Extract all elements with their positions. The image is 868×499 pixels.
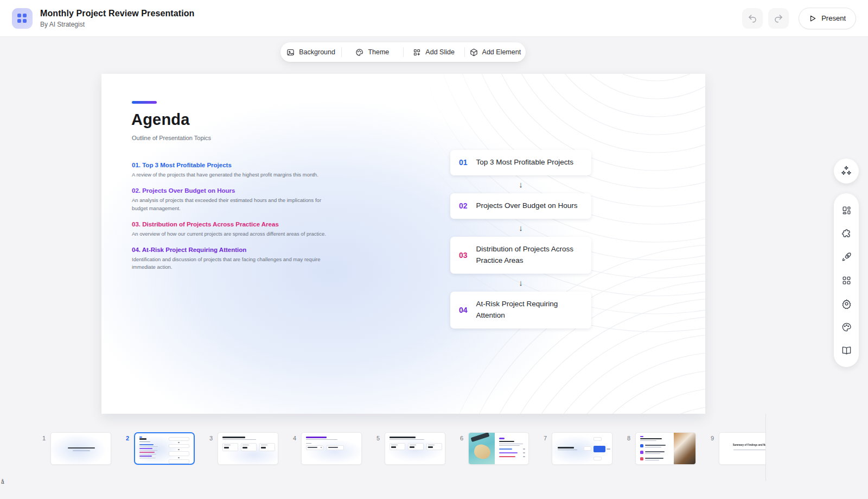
apps-grid-icon	[841, 275, 852, 286]
slide-thumbnail-3[interactable]	[218, 432, 278, 465]
slide-thumbnail-4[interactable]	[301, 432, 362, 465]
thumbnail-number: 4	[289, 435, 296, 441]
slide-toolbar: Background Theme Add Slide Add Element	[280, 42, 526, 62]
add-slide-icon	[413, 48, 421, 56]
slide-title[interactable]: Agenda	[131, 111, 190, 129]
down-arrow-icon: ↓	[450, 274, 591, 292]
down-arrow-icon: ↓	[450, 219, 591, 237]
layout-dashboard-button[interactable]	[838, 201, 855, 219]
slide-canvas[interactable]: Agenda Outline of Presentation Topics 01…	[101, 74, 705, 414]
settings-button[interactable]	[838, 295, 855, 312]
redo-icon	[774, 14, 783, 23]
library-button[interactable]	[838, 342, 855, 359]
agenda-item-2[interactable]: 02. Projects Over Budget on Hours An ana…	[132, 187, 331, 212]
present-button-label: Present	[821, 14, 846, 22]
launch-button[interactable]	[838, 248, 855, 266]
flow-step-number: 02	[459, 201, 468, 210]
add-element-button-label: Add Element	[482, 48, 521, 56]
flow-step-label: At-Risk Project Requiring Attention	[476, 299, 583, 321]
thumbnail-title: Summary of Findings and Next Steps	[733, 444, 766, 446]
apps-grid-button[interactable]	[838, 271, 855, 289]
add-element-cube-icon	[470, 48, 478, 56]
flow-step-number: 03	[459, 251, 468, 260]
flow-step-label: Distribution of Projects Across Practice…	[476, 244, 583, 267]
flow-step-number: 01	[459, 158, 468, 167]
agenda-flow-diagram: 01 Top 3 Most Profitable Projects ↓ 02 P…	[450, 150, 591, 329]
agenda-item-description[interactable]: Identification and discussion of project…	[132, 256, 331, 271]
redo-button[interactable]	[768, 8, 789, 29]
flow-step-number: 04	[459, 306, 468, 314]
agenda-item-label[interactable]: 02. Projects Over Budget on Hours	[132, 187, 331, 194]
ai-assistant-button[interactable]	[834, 159, 859, 184]
document-byline: By AI Strategist	[40, 21, 194, 28]
slide-thumbnail-7[interactable]	[552, 432, 612, 465]
present-button[interactable]: Present	[799, 8, 856, 29]
thumbnail-number: 8	[623, 435, 630, 441]
add-slide-button[interactable]: Add Slide	[404, 42, 464, 62]
plugins-button[interactable]	[838, 225, 855, 242]
flow-step-4[interactable]: 04 At-Risk Project Requiring Attention	[450, 292, 591, 329]
agenda-item-label[interactable]: 03. Distribution of Projects Across Prac…	[132, 221, 331, 228]
thumbnail-number: 9	[706, 435, 714, 441]
book-icon	[841, 345, 852, 356]
puzzle-icon	[841, 229, 852, 239]
slide-thumbnail-9[interactable]: Summary of Findings and Next Steps	[719, 432, 766, 465]
agenda-item-1[interactable]: 01. Top 3 Most Profitable Projects A rev…	[132, 162, 331, 179]
thumbnail-strip-divider	[765, 414, 766, 481]
slide-thumbnail-1[interactable]	[50, 432, 111, 465]
play-icon	[809, 15, 816, 22]
sparkles-icon	[840, 165, 852, 177]
background-button-label: Background	[299, 48, 335, 56]
thumbnail-number: 3	[205, 435, 213, 441]
title-accent-bar	[132, 101, 157, 104]
thumbnail-number: 5	[372, 435, 380, 441]
add-slide-button-label: Add Slide	[425, 48, 455, 56]
agenda-item-label[interactable]: 01. Top 3 Most Profitable Projects	[132, 162, 331, 168]
background-button[interactable]: Background	[280, 42, 341, 62]
slide-thumbnail-strip: 1 2	[0, 414, 766, 484]
agenda-item-4[interactable]: 04. At-Risk Project Requiring Attention …	[132, 247, 331, 271]
thumbnail-number: 6	[456, 435, 463, 441]
slide-subtitle[interactable]: Outline of Presentation Topics	[132, 135, 211, 141]
rocket-icon	[841, 252, 852, 262]
slide-thumbnail-6[interactable]	[468, 432, 529, 465]
layout-dashboard-icon	[841, 205, 852, 216]
palette-icon	[841, 322, 852, 332]
agenda-item-description[interactable]: A review of the projects that have gener…	[132, 171, 331, 179]
thumbnail-photo	[674, 433, 695, 464]
document-title[interactable]: Monthly Project Review Presentation	[40, 9, 194, 18]
undo-icon	[748, 14, 757, 23]
down-arrow-icon: ↓	[450, 175, 591, 193]
theme-palette-icon	[355, 48, 363, 56]
flow-step-label: Projects Over Budget on Hours	[476, 200, 578, 212]
theme-palette-button[interactable]	[838, 318, 855, 336]
undo-button[interactable]	[742, 8, 763, 29]
slide-thumbnail-2[interactable]	[134, 432, 195, 465]
agenda-item-description[interactable]: An overview of how our current projects …	[132, 230, 331, 238]
flow-step-3[interactable]: 03 Distribution of Projects Across Pract…	[450, 237, 591, 274]
app-header: Monthly Project Review Presentation By A…	[0, 0, 868, 37]
thumbnail-number: 2	[122, 435, 129, 441]
app-logo-icon[interactable]	[12, 8, 33, 29]
thumbnail-number: 7	[539, 435, 547, 441]
thumbnail-photo	[469, 433, 495, 464]
agenda-item-label[interactable]: 04. At-Risk Project Requiring Attention	[132, 247, 331, 253]
flow-step-2[interactable]: 02 Projects Over Budget on Hours	[450, 193, 591, 219]
agenda-item-description[interactable]: An analysis of projects that exceeded th…	[132, 197, 331, 212]
slide-thumbnail-5[interactable]	[385, 432, 445, 465]
stray-character: å	[1, 479, 4, 485]
theme-button-label: Theme	[368, 48, 389, 56]
settings-gear-icon	[841, 299, 852, 309]
flow-step-1[interactable]: 01 Top 3 Most Profitable Projects	[450, 150, 591, 175]
flow-step-label: Top 3 Most Profitable Projects	[476, 157, 573, 168]
theme-button[interactable]: Theme	[342, 42, 403, 62]
agenda-list: 01. Top 3 Most Profitable Projects A rev…	[132, 162, 331, 280]
right-tool-rail	[834, 193, 859, 367]
slide-thumbnail-8[interactable]	[635, 432, 696, 465]
agenda-item-3[interactable]: 03. Distribution of Projects Across Prac…	[132, 221, 331, 238]
background-image-icon	[286, 48, 295, 56]
thumbnail-number: 1	[38, 435, 46, 441]
add-element-button[interactable]: Add Element	[465, 42, 526, 62]
